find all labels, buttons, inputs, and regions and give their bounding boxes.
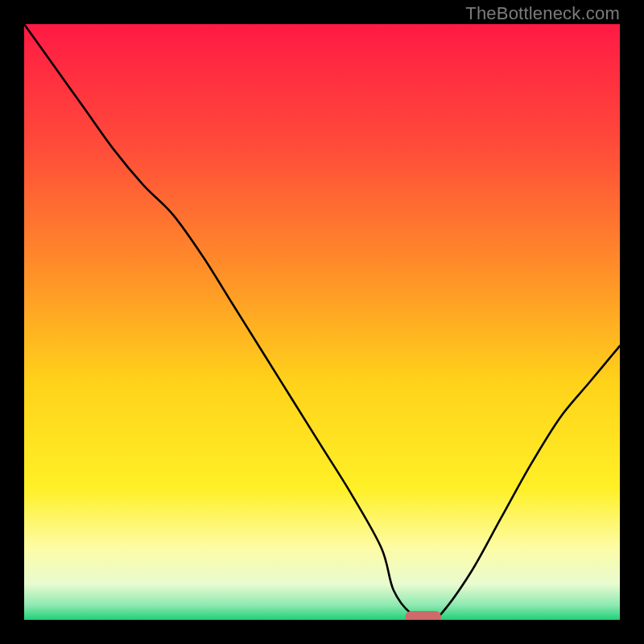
- bottleneck-chart: [24, 24, 620, 620]
- watermark-text: TheBottleneck.com: [465, 3, 620, 24]
- gradient-background: [24, 24, 620, 620]
- optimal-marker: [406, 611, 441, 620]
- chart-frame: TheBottleneck.com: [0, 0, 644, 644]
- plot-area: [24, 24, 620, 620]
